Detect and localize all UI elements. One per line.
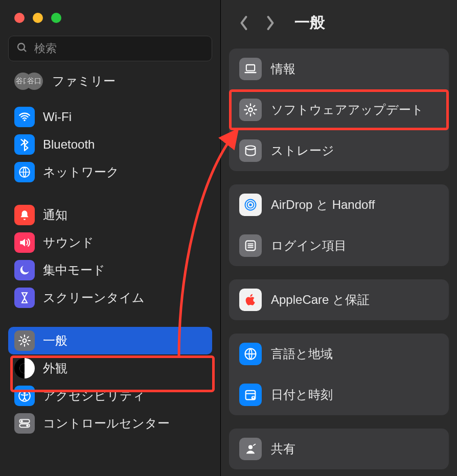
svg-point-0 — [18, 43, 25, 50]
sidebar-item-label: Wi-Fi — [43, 110, 72, 124]
sidebar-item-label: コントロールセンター — [43, 415, 170, 432]
sidebar-item-accessibility[interactable]: アクセシビリティ — [8, 382, 212, 410]
settings-row-airdrop[interactable]: AirDrop と Handoff — [229, 184, 449, 225]
settings-group: 情報ソフトウェアアップデートストレージ — [229, 49, 449, 171]
gear-icon — [14, 330, 35, 351]
person-icon — [239, 438, 262, 460]
settings-row-label: AirDrop と Handoff — [271, 197, 375, 213]
settings-row-label: AppleCare と保証 — [271, 292, 370, 308]
detail-panel: 一般 情報ソフトウェアアップデートストレージAirDrop と Handoffロ… — [221, 0, 457, 476]
disk-icon — [239, 139, 262, 162]
sidebar-item-focus[interactable]: 集中モード — [8, 256, 212, 284]
globe-icon — [239, 343, 262, 365]
sidebar-item-label: 通知 — [43, 207, 67, 223]
sidebar-item-general[interactable]: 一般 — [8, 327, 212, 354]
settings-group: AirDrop と Handoffログイン項目 — [229, 184, 449, 266]
gear-icon — [239, 99, 262, 121]
sidebar-item-controlcenter[interactable]: コントロールセンター — [8, 410, 212, 437]
sidebar-item-label: Bluetooth — [43, 137, 95, 152]
accessibility-icon — [14, 386, 35, 406]
sidebar: 谷口 谷口 ファミリー Wi-FiBluetoothネットワーク通知サウンド集中… — [0, 0, 221, 476]
sidebar-item-label: 一般 — [43, 332, 67, 349]
settings-row-sharing[interactable]: 共有 — [229, 429, 449, 469]
svg-line-1 — [24, 49, 26, 52]
sidebar-item-label: ネットワーク — [43, 164, 119, 180]
close-window-button[interactable] — [14, 13, 25, 23]
switches-icon — [14, 413, 35, 434]
search-input[interactable] — [34, 42, 204, 55]
window-traffic-lights — [0, 0, 220, 36]
settings-row-label: 共有 — [271, 441, 295, 457]
appearance-icon — [14, 358, 35, 378]
calendar-icon — [239, 384, 262, 406]
settings-row-applecare[interactable]: AppleCare と保証 — [229, 279, 449, 320]
sidebar-item-label: 集中モード — [43, 262, 105, 278]
speaker-icon — [14, 232, 35, 253]
sidebar-item-wifi[interactable]: Wi-Fi — [8, 103, 212, 131]
sidebar-item-notifications[interactable]: 通知 — [8, 201, 212, 229]
sidebar-item-family[interactable]: 谷口 谷口 ファミリー — [0, 68, 220, 101]
family-label: ファミリー — [52, 73, 116, 89]
search-icon — [16, 41, 28, 56]
list-icon — [239, 234, 262, 257]
settings-row-label: 情報 — [271, 61, 295, 77]
settings-row-label: ストレージ — [271, 142, 334, 159]
settings-group: AppleCare と保証 — [229, 279, 449, 320]
settings-row-storage[interactable]: ストレージ — [229, 130, 449, 171]
sidebar-item-sound[interactable]: サウンド — [8, 229, 212, 256]
sidebar-item-screentime[interactable]: スクリーンタイム — [8, 284, 212, 312]
back-button[interactable] — [236, 15, 252, 31]
settings-row-softwareupdate[interactable]: ソフトウェアアップデート — [229, 89, 449, 130]
forward-button[interactable] — [263, 15, 278, 31]
settings-group: 言語と地域日付と時刻 — [229, 334, 449, 415]
zoom-window-button[interactable] — [51, 13, 61, 23]
settings-row-label: 言語と地域 — [271, 346, 333, 362]
sidebar-item-label: アクセシビリティ — [43, 388, 145, 404]
bell-icon — [14, 205, 35, 225]
wifi-icon — [14, 107, 35, 127]
avatar: 谷口 — [26, 73, 43, 90]
settings-row-label: 日付と時刻 — [271, 387, 333, 403]
bluetooth-icon — [14, 134, 35, 155]
sidebar-item-label: スクリーンタイム — [43, 290, 145, 306]
sidebar-item-label: 外観 — [43, 360, 67, 376]
moon-icon — [14, 260, 35, 280]
settings-row-datetime[interactable]: 日付と時刻 — [229, 374, 449, 415]
sidebar-item-bluetooth[interactable]: Bluetooth — [8, 131, 212, 158]
sidebar-item-label: サウンド — [43, 234, 94, 251]
laptop-icon — [239, 58, 262, 80]
minimize-window-button[interactable] — [33, 13, 43, 23]
search-field[interactable] — [8, 36, 212, 61]
settings-row-loginitems[interactable]: ログイン項目 — [229, 225, 449, 266]
sidebar-item-network[interactable]: ネットワーク — [8, 158, 212, 186]
hourglass-icon — [14, 288, 35, 308]
settings-row-about[interactable]: 情報 — [229, 49, 449, 89]
family-avatars: 谷口 谷口 — [14, 73, 45, 90]
airdrop-icon — [239, 194, 262, 216]
sidebar-item-appearance[interactable]: 外観 — [8, 354, 212, 382]
settings-row-label: ログイン項目 — [271, 237, 347, 254]
settings-row-label: ソフトウェアアップデート — [271, 102, 424, 118]
settings-group: 共有 — [229, 429, 449, 469]
settings-row-language[interactable]: 言語と地域 — [229, 334, 449, 374]
apple-icon — [239, 289, 262, 311]
panel-title: 一般 — [294, 12, 325, 33]
globe-icon — [14, 162, 35, 182]
